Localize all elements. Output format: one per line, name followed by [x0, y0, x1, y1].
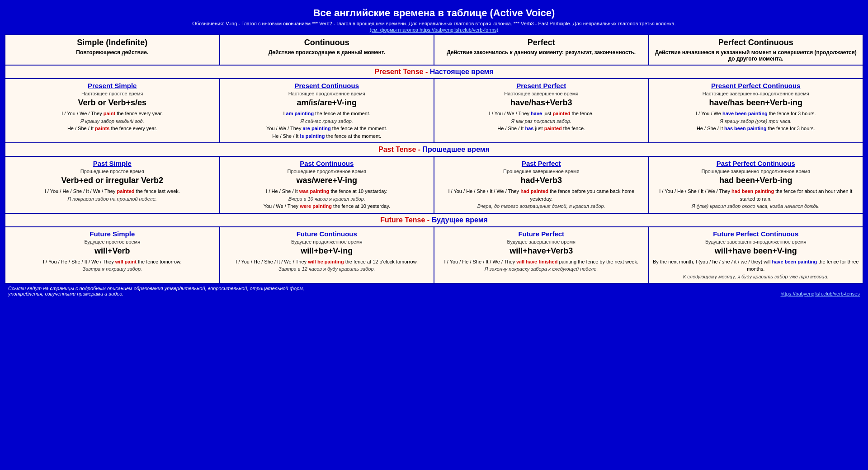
tense-ru-name-1-0: Прошедшее простое время [9, 169, 216, 174]
tense-formula-1-3: had been+Verb-ing [653, 176, 859, 185]
tense-examples-0-3: I / You / We have been painting the fenc… [653, 110, 859, 132]
tense-name-2-1[interactable]: Future Continuous [224, 230, 430, 238]
tense-cell-1-0: Past SimpleПрошедшее простое времяVerb+e… [5, 156, 220, 213]
tense-name-1-2[interactable]: Past Perfect [438, 160, 645, 167]
page-wrapper: Все английские времена в таблице (Active… [3, 3, 865, 300]
tense-ru-name-0-2: Настоящее завершенное время [438, 91, 645, 96]
tense-formula-1-2: had+Verb3 [438, 176, 645, 185]
tense-formula-0-1: am/is/are+V-ing [224, 98, 430, 108]
tense-examples-2-3: By the next month, I (you / he / she / i… [653, 258, 859, 281]
tense-examples-2-0: I / You / He / She / It / We / They will… [9, 258, 216, 273]
tense-cell-2-1: Future ContinuousБудущее продолженное вр… [220, 227, 434, 284]
tense-ru-name-2-2: Будущее завершенное время [438, 239, 645, 244]
tense-formula-2-2: will+have+Verb3 [438, 246, 645, 256]
col-header-continuous: Continuous Действие происходящее в данны… [220, 35, 434, 65]
col-header-perfect: Perfect Действие закончилось к данному м… [434, 35, 649, 65]
tense-ru-name-2-0: Будущее простое время [9, 239, 216, 244]
tense-formula-2-3: will+have been+V-ing [653, 246, 859, 256]
footer-left: Ссылки ведут на страницы с подробным опи… [8, 286, 304, 296]
tense-ru-name-0-0: Настоящее простое время [9, 91, 216, 96]
tense-name-0-2[interactable]: Present Perfect [438, 82, 645, 89]
col-title-simple: Simple (Indefinite) [9, 38, 216, 47]
tense-examples-1-0: I / You / He / She / It / We / They pain… [9, 188, 216, 202]
col-title-perfect: Perfect [438, 38, 645, 47]
tense-name-2-0[interactable]: Future Simple [9, 230, 216, 238]
tense-examples-2-2: I / You / He / She / It / We / They will… [438, 258, 645, 273]
col-title-perfect-cont: Perfect Continuous [653, 38, 859, 47]
tense-formula-2-1: will+be+V-ing [224, 246, 430, 256]
tense-ru-name-2-1: Будущее продолженное время [224, 239, 430, 244]
header-link[interactable]: (см. формы глаголов https://babyenglish.… [6, 27, 862, 33]
tense-examples-0-0: I / You / We / They paint the fence ever… [9, 110, 216, 132]
tense-ru-name-0-1: Настоящее продолженное время [224, 91, 430, 96]
tense-name-0-3[interactable]: Present Perfect Continuous [653, 82, 859, 89]
tense-ru-name-2-3: Будущее завершенно-продолженное время [653, 239, 859, 244]
tense-formula-0-2: have/has+Verb3 [438, 98, 645, 108]
section-header-2: Future Tense - Будущее время [5, 213, 863, 227]
tense-cell-1-3: Past Perfect ContinuousПрошедшее заверше… [649, 156, 863, 213]
header: Все английские времена в таблице (Active… [5, 5, 863, 34]
tense-formula-1-0: Verb+ed or irregular Verb2 [9, 176, 216, 185]
tense-ru-name-1-1: Прошедшее продолженное время [224, 169, 430, 174]
tense-name-1-1[interactable]: Past Continuous [224, 160, 430, 167]
tense-ru-name-1-3: Прошедшее завершенно-продолженное время [653, 169, 859, 174]
tense-examples-1-2: I / You / He / She / It / We / They had … [438, 188, 645, 210]
tense-cell-2-0: Future SimpleБудущее простое времяwill+V… [5, 227, 220, 284]
col-title-continuous: Continuous [224, 38, 430, 47]
col-header-simple: Simple (Indefinite) Повторяющееся действ… [5, 35, 220, 65]
header-subtitle: Обозначения: V-ing - Глагол с инговым ок… [6, 21, 862, 26]
tense-examples-1-1: I / He / She / It was painting the fence… [224, 188, 430, 210]
section-header-1: Past Tense - Прошедшее время [5, 143, 863, 156]
tense-ru-name-0-3: Настоящее завершенно-продолженное время [653, 91, 859, 96]
tense-formula-1-1: was/were+V-ing [224, 176, 430, 185]
tense-name-1-0[interactable]: Past Simple [9, 160, 216, 167]
tense-cell-1-2: Past PerfectПрошедшее завершенное времяh… [434, 156, 649, 213]
col-desc-perfect: Действие закончилось к данному моменту: … [438, 49, 645, 56]
tense-examples-2-1: I / You / He / She / It / We / They will… [224, 258, 430, 273]
tense-examples-1-3: I / You / He / She / It / We / They had … [653, 188, 859, 210]
tense-examples-0-2: I / You / We / They have just painted th… [438, 110, 645, 132]
tense-name-0-1[interactable]: Present Continuous [224, 82, 430, 89]
main-table: Simple (Indefinite) Повторяющееся действ… [5, 34, 863, 284]
tense-ru-name-1-2: Прошедшее завершенное время [438, 169, 645, 174]
section-header-0: Present Tense - Настоящее время [5, 65, 863, 79]
tense-cell-0-2: Present PerfectНастоящее завершенное вре… [434, 79, 649, 143]
main-title: Все английские времена в таблице (Active… [6, 7, 862, 19]
tense-cell-0-3: Present Perfect ContinuousНастоящее заве… [649, 79, 863, 143]
tense-cell-0-1: Present ContinuousНастоящее продолженное… [220, 79, 434, 143]
col-header-perfect-cont: Perfect Continuous Действие начавшееся в… [649, 35, 863, 65]
col-desc-perfect-cont: Действие начавшееся в указанный момент и… [653, 49, 859, 62]
tense-name-1-3[interactable]: Past Perfect Continuous [653, 160, 859, 167]
tense-name-2-3[interactable]: Future Perfect Continuous [653, 230, 859, 238]
footer-link[interactable]: https://babyenglish.club/verb-tenses [781, 291, 860, 296]
tense-cell-2-3: Future Perfect ContinuousБудущее заверше… [649, 227, 863, 284]
col-desc-simple: Повторяющееся действие. [9, 49, 216, 56]
tense-name-0-0[interactable]: Present Simple [9, 82, 216, 89]
footer: Ссылки ведут на страницы с подробным опи… [5, 284, 863, 298]
tense-examples-0-1: I am painting the fence at the moment.Я … [224, 110, 430, 140]
tense-cell-0-0: Present SimpleНастоящее простое времяVer… [5, 79, 220, 143]
tense-formula-2-0: will+Verb [9, 246, 216, 256]
tense-formula-0-3: have/has been+Verb-ing [653, 98, 859, 108]
tense-name-2-2[interactable]: Future Perfect [438, 230, 645, 238]
tense-cell-2-2: Future PerfectБудущее завершенное времяw… [434, 227, 649, 284]
col-desc-continuous: Действие происходящее в данный момент. [224, 49, 430, 56]
tense-cell-1-1: Past ContinuousПрошедшее продолженное вр… [220, 156, 434, 213]
tense-formula-0-0: Verb or Verb+s/es [9, 98, 216, 108]
